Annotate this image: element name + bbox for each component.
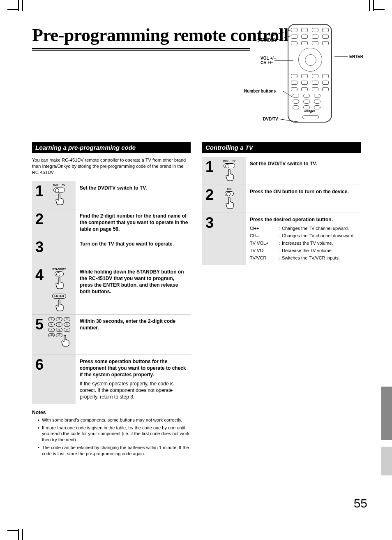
step-icon: 123456789+100 (45, 317, 73, 352)
step-num-cell: 5123456789+100 (32, 315, 76, 355)
step-icon (215, 216, 243, 263)
right-step: 1DVDTVSet the DVD/TV switch to TV. (202, 157, 361, 185)
op-value: Changes the TV channel downward. (282, 233, 358, 239)
step-number: 2 (35, 212, 44, 234)
op-value: Switches the TV/VCR inputs. (282, 255, 358, 261)
left-step: 5123456789+100Within 30 seconds, enter t… (32, 315, 191, 355)
step-body: Find the 2-digit number for the brand na… (76, 209, 191, 237)
op-colon: : (279, 233, 282, 239)
step-title: While holding down the STANDBY button on… (80, 269, 188, 295)
step-body: Within 30 seconds, enter the 2-digit cod… (76, 315, 191, 355)
callout-dvdtv: DVD/TV (263, 117, 278, 121)
step-num-cell: 6 (32, 355, 76, 404)
step-title: Within 30 seconds, enter the 2-digit cod… (80, 318, 188, 331)
operation-row: CH+:Changes the TV channel upward. (250, 225, 358, 232)
side-tab (381, 387, 392, 440)
left-heading: Learning a pre-programming code (32, 142, 191, 153)
step-icon (45, 240, 73, 262)
step-body: Set the DVD/TV switch to TV. (76, 181, 191, 209)
op-key: TV VOL+ (250, 240, 279, 246)
step-number: 6 (35, 357, 44, 401)
crop-mark (369, 0, 370, 11)
crop-mark (373, 0, 374, 11)
op-key: TV VOL– (250, 248, 279, 254)
page-number: 55 (354, 496, 367, 510)
op-key: CH+ (250, 225, 279, 232)
op-value: Changes the TV channel upward. (282, 225, 358, 232)
step-body: While holding down the STANDBY button on… (76, 265, 191, 314)
hand-icon (224, 169, 234, 181)
left-step: 2Find the 2-digit number for the brand n… (32, 209, 191, 237)
step-number: 3 (205, 216, 214, 263)
step-body: Set the DVD/TV switch to TV. (246, 157, 361, 185)
step-num-cell: 2 (32, 209, 76, 237)
step-icon: DVDTV (215, 160, 243, 182)
number-pad-icon (293, 94, 321, 109)
right-heading: Controlling a TV (202, 142, 361, 153)
dvd-tv-switch-icon (302, 115, 319, 119)
op-key: CH– (250, 233, 279, 239)
step-title: Press the desired operation button. (250, 216, 358, 223)
remote-brand: Integra (288, 109, 331, 113)
step-title: Press some operation buttons for the com… (80, 358, 188, 378)
right-column: Controlling a TV 1DVDTVSet the DVD/TV sw… (202, 142, 361, 459)
step-title: Find the 2-digit number for the brand na… (80, 213, 188, 233)
op-colon: : (279, 255, 282, 261)
callout-numbers: Number buttons (244, 89, 276, 93)
hand-icon (224, 197, 234, 209)
step-number: 1 (35, 184, 44, 206)
crop-mark (18, 0, 19, 11)
operation-row: CH–:Changes the TV channel downward. (250, 233, 358, 239)
step-num-cell: 1DVDTV (202, 157, 246, 185)
operation-row: TV VOL–:Decrease the TV volume. (250, 248, 358, 254)
notes-list: With some brand's components, some butto… (32, 417, 191, 457)
operation-row: TV/VCR:Switches the TV/VCR inputs. (250, 255, 358, 261)
left-step: 1DVDTVSet the DVD/TV switch to TV. (32, 181, 191, 209)
note-item: If more than one code is given in the ta… (38, 425, 191, 443)
crop-mark (7, 530, 18, 531)
op-value: Increases the TV volume. (282, 240, 358, 246)
crop-mark (18, 529, 19, 540)
op-colon: : (279, 225, 282, 232)
side-tab (381, 447, 392, 475)
step-num-cell: 2ON (202, 185, 246, 213)
step-title: Set the DVD/TV switch to TV. (250, 160, 358, 167)
crop-mark (22, 0, 23, 11)
left-step: 6Press some operation buttons for the co… (32, 355, 191, 404)
op-colon: : (279, 240, 282, 246)
notes-heading: Notes (32, 410, 191, 415)
left-column: Learning a pre-programming code You can … (32, 142, 191, 459)
step-num-cell: 3 (202, 213, 246, 265)
right-step: 2ONPress the ON button to turn on the de… (202, 185, 361, 213)
step-number: 1 (205, 160, 214, 182)
step-icon: DVDTV (45, 184, 73, 206)
op-value: Decrease the TV volume. (282, 248, 358, 254)
operation-row: TV VOL+:Increases the TV volume. (250, 240, 358, 246)
step-num-cell: 1DVDTV (32, 181, 76, 209)
step-body: Press the desired operation button.CH+:C… (246, 213, 361, 265)
operations-table: CH+:Changes the TV channel upward.CH–:Ch… (250, 225, 358, 261)
hand-icon (54, 277, 64, 290)
hand-icon (54, 193, 64, 206)
step-subtext: If the system operates properly, the cod… (80, 380, 188, 401)
crop-mark (374, 9, 385, 10)
remote-diagram: Integra (288, 24, 345, 127)
step-title: Turn on the TV that you want to operate. (80, 241, 188, 247)
op-colon: : (279, 248, 282, 254)
crop-mark (7, 9, 18, 10)
step-number: 4 (35, 268, 44, 312)
callout-vol-ch: VOL +/– CH +/– (261, 56, 276, 65)
note-item: With some brand's components, some butto… (38, 417, 191, 423)
right-step: 3Press the desired operation button.CH+:… (202, 213, 361, 265)
step-number: 5 (35, 317, 44, 352)
remote-body: Integra (288, 24, 332, 123)
step-num-cell: 4STANDBYENTER (32, 265, 76, 314)
note-item: The code can be retained by changing the… (38, 445, 191, 457)
crop-mark (22, 529, 23, 540)
callout-enter: ENTER (349, 54, 363, 59)
hand-icon (54, 299, 64, 312)
step-number: 3 (35, 240, 44, 262)
hand-icon (60, 335, 70, 347)
step-body: Press the ON button to turn on the devic… (246, 185, 361, 213)
callout-on: ON (271, 32, 277, 37)
